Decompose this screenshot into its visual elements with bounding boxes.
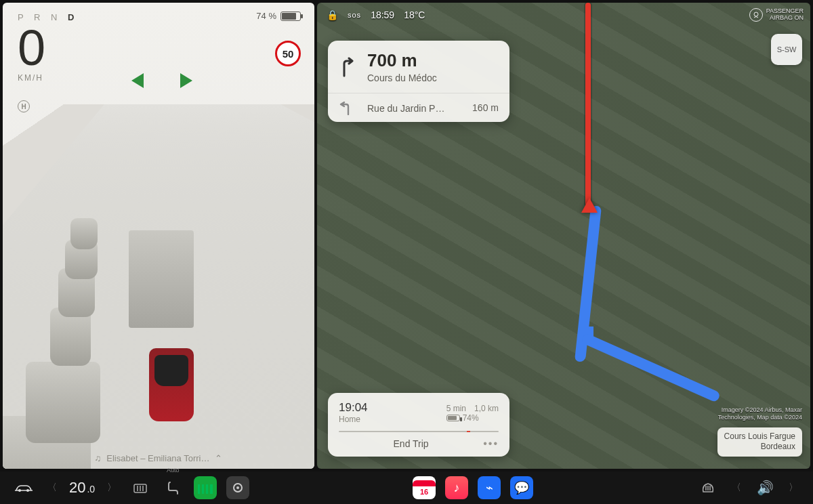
seat-mode-label: Auto	[167, 467, 180, 474]
messages-app-button[interactable]: 💬	[510, 476, 533, 499]
turn-secondary: Rue du Jardin P… 160 m	[328, 93, 509, 122]
status-bar: 🔒 sos 18:59 18°C	[327, 9, 425, 20]
route-segment	[581, 333, 721, 403]
svg-point-0	[754, 12, 758, 16]
speed-value: 0	[18, 23, 45, 73]
svg-point-5	[236, 486, 239, 489]
gear-d: D	[68, 12, 78, 22]
bluetooth-app-button[interactable]: ⌁	[478, 476, 501, 499]
compass-heading: S-SW	[777, 45, 797, 54]
vehicle-ego	[149, 348, 194, 421]
chat-icon: 💬	[514, 480, 529, 495]
eta-distance: 1,0 km	[474, 404, 499, 413]
trip-progress-bar	[339, 431, 499, 432]
svg-point-1	[18, 489, 21, 492]
eta-duration: 5 min	[446, 404, 466, 413]
speed-unit: KM/H	[18, 73, 45, 83]
route-segment	[575, 206, 602, 362]
route-traffic-segment	[585, 3, 591, 206]
end-trip-button[interactable]: End Trip	[339, 438, 483, 449]
map-panel[interactable]: 🔒 sos 18:59 18°C PASSENGER AIRBAG ON S-S…	[317, 3, 810, 469]
airbag-line2: AIRBAG ON	[766, 15, 804, 22]
current-city: Bordeaux	[724, 442, 795, 453]
volume-button[interactable]: 🔊	[753, 476, 776, 499]
current-street: Cours Louis Fargue	[724, 432, 795, 442]
clock: 18:59	[371, 9, 394, 20]
outside-temperature: 18°C	[404, 9, 425, 20]
volume-down-button[interactable]: 〈	[729, 482, 744, 494]
temp-whole: 20	[69, 479, 85, 497]
now-playing-bar[interactable]: ♫ Elisabet – Emiliana Torri… ⌃	[3, 453, 314, 463]
sos-indicator[interactable]: sos	[348, 11, 361, 19]
music-note-icon: ♫	[95, 453, 102, 463]
cabin-temperature[interactable]: 20.0	[69, 479, 95, 497]
chevron-up-icon: ⌃	[215, 453, 222, 463]
turn-primary-road: Cours du Médoc	[367, 72, 499, 83]
trip-summary-card[interactable]: 19:04 Home 5 min 1,0 km 74% End	[328, 393, 509, 457]
vehicle-parked	[26, 362, 100, 443]
battery-icon	[280, 12, 301, 21]
airbag-status: PASSENGER AIRBAG ON	[749, 8, 804, 22]
turn-primary-distance: 700 m	[367, 50, 499, 71]
temp-up-button[interactable]: 〉	[104, 482, 119, 494]
turn-secondary-distance: 160 m	[472, 102, 499, 113]
lock-icon[interactable]: 🔒	[327, 9, 338, 20]
map-attribution: Imagery ©2024 Airbus, Maxar Technologies…	[718, 406, 802, 421]
vehicle-parked	[70, 218, 98, 249]
music-note-icon: ♪	[454, 481, 460, 495]
vehicle-truck-ahead	[129, 230, 194, 328]
route-segment	[583, 327, 593, 337]
gear-n: N	[51, 12, 61, 22]
temp-down-button[interactable]: 〈	[45, 482, 60, 494]
calendar-app-button[interactable]: 16	[413, 476, 436, 499]
music-app-button[interactable]: ♪	[445, 476, 468, 499]
compass-button[interactable]: S-SW	[771, 34, 802, 65]
seat-heater-button[interactable]: Auto	[161, 476, 184, 499]
speaker-icon: 🔊	[757, 480, 774, 496]
battery-icon	[446, 415, 460, 421]
defrost-rear-button[interactable]	[129, 476, 152, 499]
road-scene	[3, 104, 314, 469]
bottom-dock: 〈 20.0 〉 Auto 16 ♪ ⌁ 💬	[0, 471, 813, 504]
energy-app-button[interactable]	[194, 476, 217, 499]
car-controls-button[interactable]	[12, 476, 35, 499]
turn-signal-left-icon	[131, 73, 144, 88]
eta-arrival-time: 19:04	[339, 401, 368, 415]
speed-limit-sign: 50	[275, 41, 301, 66]
airbag-icon	[749, 8, 763, 22]
calendar-day: 16	[420, 488, 428, 496]
driving-visualization-panel[interactable]: P R N D 74 % 0 KM/H H 50 ♫	[3, 3, 314, 469]
current-location-chip[interactable]: Cours Louis Fargue Bordeaux	[717, 427, 802, 457]
vehicle-position-icon	[581, 198, 598, 213]
bluetooth-icon: ⌁	[486, 480, 493, 495]
turn-secondary-road: Rue du Jardin P…	[367, 103, 463, 114]
defrost-front-button[interactable]	[696, 476, 720, 499]
temp-decimal: .0	[87, 484, 95, 495]
turn-right-icon	[339, 57, 358, 77]
turn-primary: 700 m Cours du Médoc	[328, 41, 509, 93]
trip-more-button[interactable]: •••	[483, 438, 499, 450]
battery-status[interactable]: 74 %	[256, 11, 301, 21]
turn-signal-right-icon	[180, 73, 192, 88]
now-playing-title: Elisabet – Emiliana Torri…	[106, 453, 209, 463]
eta-arrival-soc: 74%	[463, 413, 479, 423]
speedometer: 0 KM/H	[18, 23, 45, 83]
battery-percent: 74 %	[256, 11, 276, 21]
eta-destination: Home	[339, 415, 368, 424]
turn-by-turn-card[interactable]: 700 m Cours du Médoc Rue du Jardin P… 16…	[328, 41, 509, 122]
volume-up-button[interactable]: 〉	[786, 482, 801, 494]
dashcam-app-button[interactable]	[226, 476, 249, 499]
turn-left-icon	[339, 100, 358, 115]
svg-point-2	[26, 489, 29, 492]
